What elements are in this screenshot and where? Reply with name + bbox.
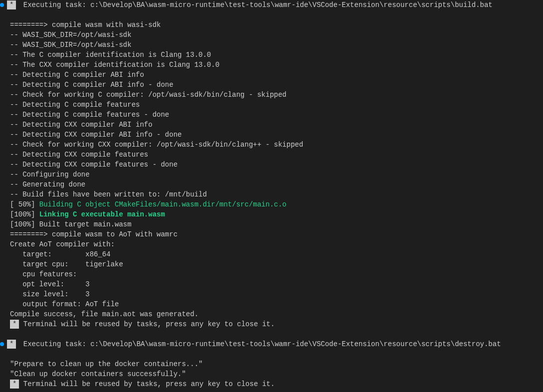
task-active-dot-icon	[0, 3, 4, 7]
blank-line	[0, 329, 543, 339]
terminal-reuse-line: * Terminal will be reused by tasks, pres…	[0, 319, 543, 329]
task-asterisk-badge: *	[7, 0, 16, 9]
output-block1: ========> compile wasm with wasi-sdk -- …	[0, 20, 543, 319]
task-header: * Executing task: c:\Develop\BA\wasm-mic…	[0, 339, 543, 349]
output-block2: "Prepare to clean up the docker containe…	[0, 359, 543, 379]
terminal-line: -- The C compiler identification is Clan…	[10, 50, 543, 60]
terminal-line: ========> compile wasm to AoT with wamrc	[10, 229, 543, 239]
terminal-line: -- WASI_SDK_DIR=/opt/wasi-sdk	[10, 30, 543, 40]
blank-line	[0, 349, 543, 359]
terminal-line: -- Detecting C compiler ABI info	[10, 70, 543, 80]
terminal-line: -- Check for working CXX compiler: /opt/…	[10, 140, 543, 150]
build-percent: [ 50%]	[10, 200, 39, 208]
terminal-line: -- Detecting CXX compile features	[10, 150, 543, 160]
terminal-line: "Prepare to clean up the docker containe…	[10, 359, 543, 369]
terminal-line: target: x86_64	[10, 249, 543, 259]
terminal-line: -- Configuring done	[10, 170, 543, 180]
terminal-line: -- WASI_SDK_DIR=/opt/wasi-sdk	[10, 40, 543, 50]
terminal-output[interactable]: * Executing task: c:\Develop\BA\wasm-mic…	[0, 0, 543, 389]
terminal-line: ========> compile wasm with wasi-sdk	[10, 20, 543, 30]
terminal-line: -- Detecting CXX compile features - done	[10, 160, 543, 170]
terminal-line: size level: 3	[10, 289, 543, 299]
build-percent: [100%]	[10, 210, 39, 218]
terminal-line: -- Detecting CXX compiler ABI info	[10, 120, 543, 130]
terminal-line: opt level: 3	[10, 279, 543, 289]
terminal-line: -- Check for working C compiler: /opt/wa…	[10, 90, 543, 100]
terminal-line: -- Build files have been written to: /mn…	[10, 190, 543, 199]
task-command-text: Executing task: c:\Develop\BA\wasm-micro…	[19, 339, 501, 349]
terminal-reuse-msg: Terminal will be reused by tasks, press …	[19, 379, 274, 389]
terminal-line: -- Generating done	[10, 180, 543, 190]
terminal-line: -- Detecting C compile features	[10, 100, 543, 110]
terminal-line: [100%] Built target main.wasm	[10, 219, 543, 229]
task-asterisk-badge: *	[7, 340, 16, 349]
task-header: * Executing task: c:\Develop\BA\wasm-mic…	[0, 0, 543, 10]
terminal-line: "Clean up docker containers successfully…	[10, 369, 543, 379]
terminal-line: Create AoT compiler with:	[10, 239, 543, 249]
terminal-line: -- The CXX compiler identification is Cl…	[10, 60, 543, 70]
task-asterisk-badge: *	[10, 380, 19, 389]
terminal-reuse-msg: Terminal will be reused by tasks, press …	[19, 319, 274, 329]
terminal-line: output format: AoT file	[10, 299, 543, 309]
terminal-line: -- Detecting C compiler ABI info - done	[10, 80, 543, 90]
build-message: Building C object CMakeFiles/main.wasm.d…	[39, 200, 287, 208]
terminal-line: target cpu: tigerlake	[10, 259, 543, 269]
blank-line	[0, 10, 543, 20]
build-message: Linking C executable main.wasm	[39, 210, 165, 218]
build-progress-line: [100%] Linking C executable main.wasm	[10, 209, 543, 219]
terminal-line: -- Detecting C compile features - done	[10, 110, 543, 120]
terminal-line: -- Detecting CXX compiler ABI info - don…	[10, 130, 543, 140]
task-asterisk-badge: *	[10, 320, 19, 329]
build-progress-line: [ 50%] Building C object CMakeFiles/main…	[10, 199, 543, 209]
terminal-line: Compile success, file main.aot was gener…	[10, 309, 543, 319]
terminal-line: cpu features:	[10, 269, 543, 279]
task-command-text: Executing task: c:\Develop\BA\wasm-micro…	[19, 0, 497, 10]
terminal-reuse-line: * Terminal will be reused by tasks, pres…	[0, 379, 543, 389]
task-active-dot-icon	[0, 342, 4, 346]
